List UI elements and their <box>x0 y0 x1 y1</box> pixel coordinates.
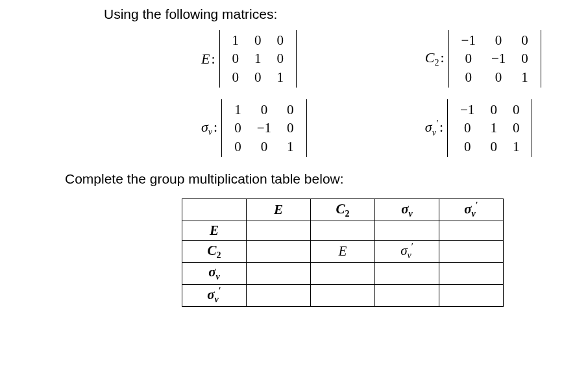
table-corner <box>182 199 247 221</box>
cell-E-C2 <box>311 221 375 241</box>
cell-sigma-v-prime-sigma-v <box>375 284 439 306</box>
matrix-definitions: E: 100 010 001 C2: −100 0−10 001 σv: <box>201 30 588 157</box>
row-header-sigma-v-prime: σv′ <box>182 284 247 306</box>
cell-sigma-v-prime-E <box>247 284 311 306</box>
cell-C2-sigma-v-prime <box>439 241 504 263</box>
col-header-sigma-v-prime: σv′ <box>439 199 504 221</box>
row-header-C2: C2 <box>182 241 247 263</box>
matrix-C2-body: −100 0−10 001 <box>448 30 541 88</box>
matrix-sigma-v-prime-label: σv′: <box>425 119 443 138</box>
cell-sigma-v-C2 <box>311 263 375 284</box>
col-header-E: E <box>247 199 311 221</box>
matrix-C2: C2: −100 0−10 001 <box>425 30 588 88</box>
matrix-E: E: 100 010 001 <box>201 30 354 88</box>
cell-E-sigma-v-prime <box>439 221 504 241</box>
col-header-sigma-v: σv <box>375 199 439 221</box>
cell-E-E <box>247 221 311 241</box>
matrix-sigma-v-label: σv: <box>201 119 217 138</box>
col-header-C2: C2 <box>311 199 375 221</box>
multiplication-table: E C2 σv σv′ E C2 E σv′ σv <box>182 198 504 307</box>
cell-sigma-v-sigma-v <box>375 263 439 284</box>
cell-C2-C2: E <box>311 241 375 263</box>
cell-sigma-v-sigma-v-prime <box>439 263 504 284</box>
cell-sigma-v-prime-sigma-v-prime <box>439 284 504 306</box>
intro-text: Using the following matrices: <box>104 6 588 22</box>
row-header-sigma-v: σv <box>182 263 247 284</box>
matrix-C2-label: C2: <box>425 49 445 68</box>
matrix-sigma-v-prime: σv′: −100 010 001 <box>425 99 588 157</box>
matrix-E-label: E: <box>201 51 215 67</box>
instruction-text: Complete the group multiplication table … <box>0 171 588 187</box>
cell-C2-E <box>247 241 311 263</box>
matrix-E-body: 100 010 001 <box>219 30 297 88</box>
cell-sigma-v-prime-C2 <box>311 284 375 306</box>
cell-sigma-v-E <box>247 263 311 284</box>
matrix-sigma-v: σv: 100 0−10 001 <box>201 99 354 157</box>
cell-C2-sigma-v: σv′ <box>375 241 439 263</box>
matrix-sigma-v-body: 100 0−10 001 <box>221 99 306 157</box>
matrix-sigma-v-prime-body: −100 010 001 <box>447 99 532 157</box>
row-header-E: E <box>182 221 247 241</box>
cell-E-sigma-v <box>375 221 439 241</box>
